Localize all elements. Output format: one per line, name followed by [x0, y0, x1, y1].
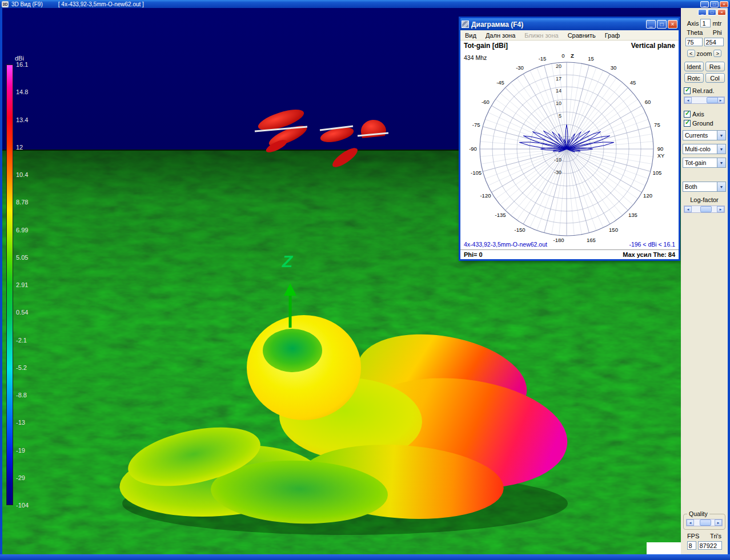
diagram-minimize-button[interactable]: _ — [646, 20, 656, 29]
theta-label: Theta — [687, 29, 703, 36]
diagram-close-button[interactable]: × — [668, 20, 677, 29]
child-restore-button[interactable]: □ — [708, 9, 716, 15]
diagram-window-icon — [462, 21, 469, 28]
diagram-title: Диаграмма (F4) — [471, 21, 523, 29]
plot-tick-label: -150 — [514, 227, 525, 233]
logfactor-scrollbar[interactable] — [684, 206, 725, 213]
colorbar-tick: -19 — [16, 447, 29, 454]
main-titlebar[interactable]: 3D 3D Вид (F9) [ 4x-433,92-3,5mm-O-new62… — [0, 0, 730, 8]
window-frame-left — [0, 8, 2, 554]
maximize-button[interactable]: □ — [710, 1, 719, 7]
window-frame-right — [728, 8, 730, 554]
control-panel: _ □ × Axis mtr Theta Phi < zoom > Ident … — [681, 8, 728, 554]
totgain-dropdown-value: Tot-gain — [683, 158, 717, 167]
plot-tick-label: -45 — [496, 79, 504, 86]
slider-track[interactable] — [692, 206, 717, 212]
app-icon: 3D — [2, 1, 9, 7]
child-minimize-button[interactable]: _ — [698, 9, 707, 15]
plot-tick-label: -15 — [539, 55, 547, 62]
child-close-button[interactable]: × — [717, 9, 726, 15]
colorbar-tick: 0.54 — [16, 309, 29, 316]
zoom-out-button[interactable]: < — [687, 50, 695, 57]
zoom-in-button[interactable]: > — [713, 50, 721, 57]
colorbar-tick: -104 — [16, 502, 29, 509]
arrow-right-icon[interactable] — [717, 206, 724, 212]
polar-plot-svg: 153045607590105120135150-15-30-45-60-75-… — [460, 41, 679, 249]
arrow-left-icon[interactable] — [684, 97, 692, 103]
checkbox-icon — [684, 120, 691, 127]
axis-length-input[interactable] — [700, 19, 711, 27]
plot-title: Tot-gain [dBi] — [464, 42, 508, 50]
plot-tick-label: 135 — [628, 212, 637, 218]
slider-track[interactable] — [692, 97, 717, 103]
chevron-down-icon[interactable] — [717, 182, 725, 191]
arrow-left-icon[interactable] — [687, 519, 694, 526]
arrow-right-icon[interactable] — [715, 519, 722, 526]
plot-tick-label: 5 — [559, 113, 561, 119]
colorbar-tick: -29 — [16, 474, 29, 481]
diagram-maximize-button[interactable]: □ — [657, 20, 667, 29]
res-button[interactable]: Res — [705, 62, 725, 71]
menu-item[interactable]: Граф — [600, 31, 625, 39]
close-button[interactable]: × — [720, 1, 728, 7]
ground-checkbox[interactable]: Ground — [684, 120, 713, 127]
menu-item[interactable]: Сравнить — [563, 31, 600, 39]
plot-tick-label: -180 — [553, 237, 564, 243]
slider-thumb[interactable] — [700, 519, 711, 526]
colorbar-tick: -2.1 — [16, 337, 29, 344]
relrad-checkbox[interactable]: Rel.rad. — [684, 87, 715, 94]
diagram-window-buttons: _ □ × — [646, 20, 677, 29]
log-factor-label: Log-factor — [690, 196, 719, 203]
arrow-right-icon[interactable] — [717, 97, 724, 103]
plot-frequency: 434 Mhz — [464, 54, 487, 61]
axis-checkbox-label: Axis — [692, 111, 704, 118]
diagram-titlebar[interactable]: Диаграмма (F4) _ □ × — [460, 18, 679, 30]
menu-item: Ближн зона — [520, 31, 563, 39]
colorbar-tick: 8.78 — [16, 199, 29, 206]
slider-thumb[interactable] — [707, 97, 718, 103]
phi-input[interactable] — [704, 38, 724, 46]
fps-value — [687, 541, 696, 550]
phi-label: Phi — [713, 29, 722, 36]
plot-tick-label: -135 — [495, 212, 506, 218]
menu-item[interactable]: Вид — [460, 31, 481, 39]
col-button[interactable]: Col — [705, 73, 725, 83]
theta-input[interactable] — [685, 38, 703, 46]
theta-phi-labels: Theta Phi — [683, 29, 726, 36]
plot-tick-label: XY — [657, 152, 665, 159]
currents-dropdown[interactable]: Currents — [683, 130, 726, 140]
plot-tick-label: -105 — [471, 170, 482, 176]
relrad-scrollbar[interactable] — [684, 96, 725, 104]
quality-scrollbar[interactable] — [686, 519, 723, 526]
plot-tick-label: 0 — [561, 53, 564, 59]
chevron-down-icon[interactable] — [717, 144, 725, 154]
totgain-dropdown[interactable]: Tot-gain — [683, 158, 726, 168]
colorbar-gradient — [6, 65, 13, 505]
rotc-button[interactable]: Rotc — [684, 73, 704, 83]
currents-dropdown-value: Currents — [683, 131, 717, 140]
chevron-down-icon[interactable] — [717, 131, 725, 140]
slider-thumb[interactable] — [700, 206, 712, 212]
zoom-row: < zoom > — [683, 50, 726, 57]
colorbar-tick: -8.8 — [16, 392, 29, 398]
axis-checkbox[interactable]: Axis — [684, 111, 704, 118]
slider-track[interactable] — [694, 519, 715, 526]
viewport-3d[interactable]: Z dBi 16.114.813.41210.48.786.995.052.91… — [2, 8, 681, 554]
plot-tick-label: 10 — [556, 100, 561, 106]
menu-item[interactable]: Далн зона — [481, 31, 520, 39]
minimize-button[interactable]: _ — [700, 1, 709, 7]
plot-tick-label: 15 — [588, 55, 594, 62]
arrow-left-icon[interactable] — [684, 206, 692, 212]
plot-tick-label: -10 — [554, 157, 561, 163]
both-dropdown[interactable]: Both — [683, 182, 726, 192]
quality-group: Quality — [683, 510, 725, 530]
plot-tick-label: -30 — [516, 65, 524, 71]
plot-phi-value: Phi= 0 — [464, 251, 483, 258]
chevron-down-icon[interactable] — [717, 158, 725, 167]
plot-plane-label: Vertical plane — [631, 42, 675, 50]
tris-label: Tri's — [710, 533, 721, 539]
ident-button[interactable]: Ident — [684, 62, 704, 71]
axis-row: Axis mtr — [683, 19, 726, 27]
plot-tick-label: 90 — [657, 146, 664, 152]
multicolor-dropdown[interactable]: Multi-colo — [683, 144, 726, 154]
